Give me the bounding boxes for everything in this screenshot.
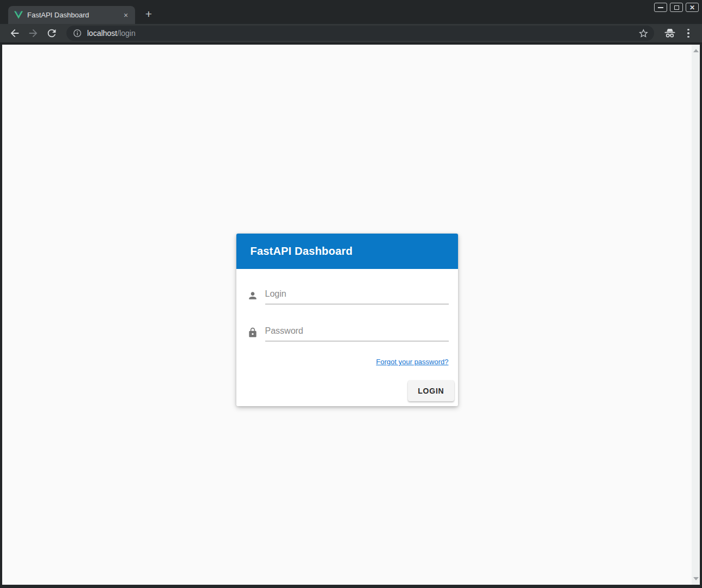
back-button[interactable] bbox=[9, 27, 21, 39]
login-input[interactable] bbox=[265, 287, 449, 304]
forgot-password-row: Forgot your password? bbox=[247, 357, 449, 366]
address-bar[interactable]: localhost/login bbox=[66, 26, 654, 41]
forgot-password-link[interactable]: Forgot your password? bbox=[376, 358, 449, 366]
incognito-icon bbox=[663, 27, 676, 40]
tab-close-icon[interactable]: × bbox=[121, 10, 131, 20]
scrollbar-down-icon[interactable] bbox=[693, 577, 699, 580]
forward-arrow-icon bbox=[27, 27, 39, 39]
card-body: Forgot your password? LOGIN bbox=[236, 269, 458, 406]
url-text: localhost/login bbox=[87, 29, 136, 38]
page-scrollbar[interactable] bbox=[692, 45, 700, 585]
maximize-icon bbox=[674, 5, 679, 10]
lock-icon bbox=[247, 327, 258, 338]
window-controls: ✕ bbox=[654, 3, 699, 12]
page-viewport: FastAPI Dashboard bbox=[2, 45, 700, 585]
minimize-button[interactable] bbox=[654, 3, 667, 12]
close-button[interactable]: ✕ bbox=[686, 3, 699, 12]
browser-toolbar: localhost/login bbox=[0, 24, 702, 44]
reload-icon bbox=[46, 27, 58, 39]
browser-window: FastAPI Dashboard × + ✕ localhost/login bbox=[0, 0, 702, 588]
login-button-row: LOGIN bbox=[247, 381, 454, 401]
forward-button[interactable] bbox=[27, 27, 39, 39]
close-icon: ✕ bbox=[689, 4, 695, 11]
login-card: FastAPI Dashboard bbox=[236, 234, 458, 406]
titlebar: FastAPI Dashboard × + ✕ bbox=[0, 0, 702, 24]
browser-menu-button[interactable] bbox=[683, 27, 693, 40]
login-button[interactable]: LOGIN bbox=[408, 381, 454, 401]
scrollbar-up-icon[interactable] bbox=[693, 49, 699, 52]
card-title: FastAPI Dashboard bbox=[251, 245, 353, 258]
site-info-icon[interactable] bbox=[73, 29, 82, 38]
url-path: /login bbox=[117, 29, 135, 38]
kebab-dot bbox=[687, 36, 689, 38]
person-icon bbox=[247, 290, 258, 301]
new-tab-button[interactable]: + bbox=[142, 7, 156, 21]
maximize-button[interactable] bbox=[670, 3, 683, 12]
minimize-icon bbox=[658, 7, 663, 8]
kebab-dot bbox=[687, 29, 689, 31]
login-page: FastAPI Dashboard bbox=[2, 45, 692, 585]
browser-tab[interactable]: FastAPI Dashboard × bbox=[8, 6, 135, 24]
password-field-row bbox=[247, 324, 449, 341]
vue-favicon-icon bbox=[14, 11, 23, 19]
back-arrow-icon bbox=[9, 27, 21, 39]
bookmark-star-icon[interactable] bbox=[638, 28, 649, 39]
kebab-dot bbox=[687, 32, 689, 34]
tab-title: FastAPI Dashboard bbox=[27, 11, 117, 19]
url-host: localhost bbox=[87, 29, 117, 38]
password-input[interactable] bbox=[265, 324, 449, 341]
card-header: FastAPI Dashboard bbox=[236, 234, 458, 269]
reload-button[interactable] bbox=[46, 27, 58, 39]
login-field-row bbox=[247, 287, 449, 304]
